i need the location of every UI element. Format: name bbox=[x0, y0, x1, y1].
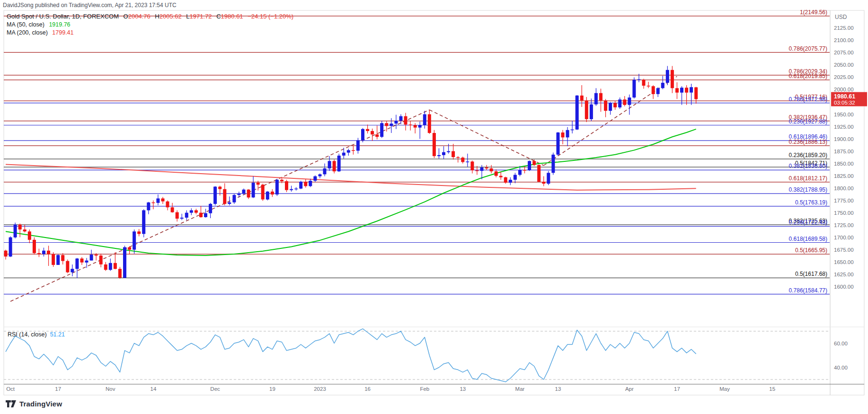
svg-text:1850.00: 1850.00 bbox=[834, 161, 854, 167]
svg-text:1600.00: 1600.00 bbox=[834, 284, 854, 290]
svg-text:15: 15 bbox=[769, 386, 775, 392]
svg-text:1875.00: 1875.00 bbox=[834, 149, 854, 154]
svg-text:2023: 2023 bbox=[314, 386, 326, 392]
svg-text:Oct: Oct bbox=[6, 386, 15, 392]
svg-text:40.00: 40.00 bbox=[834, 365, 848, 370]
svg-text:1775.00: 1775.00 bbox=[834, 198, 854, 203]
svg-text:1700.00: 1700.00 bbox=[834, 235, 854, 240]
svg-text:0.236(1927.88): 0.236(1927.88) bbox=[789, 118, 827, 125]
svg-text:1(2149.56): 1(2149.56) bbox=[800, 9, 827, 16]
ma50-line bbox=[6, 129, 696, 255]
rsi-legend[interactable]: RSI (14, close) 51.21 bbox=[8, 331, 65, 338]
chart-legend: Gold Spot / U.S. Dollar, 1D, FOREXCOM O2… bbox=[7, 13, 293, 37]
open-value: 2004.76 bbox=[128, 13, 151, 20]
high-value: 2005.62 bbox=[159, 13, 182, 20]
svg-text:1900.00: 1900.00 bbox=[834, 136, 854, 142]
low-value: 1971.72 bbox=[190, 13, 212, 20]
tradingview-logo-icon[interactable] bbox=[6, 400, 16, 407]
svg-text:0.5(1665.95): 0.5(1665.95) bbox=[795, 247, 827, 254]
candles bbox=[4, 66, 698, 279]
ma50-label: MA (50, close) bbox=[7, 21, 44, 28]
rsi-value: 51.21 bbox=[50, 331, 65, 338]
svg-text:1825.00: 1825.00 bbox=[834, 173, 854, 179]
svg-text:60.00: 60.00 bbox=[834, 341, 848, 346]
svg-text:0.618(1812.17): 0.618(1812.17) bbox=[789, 175, 827, 182]
symbol-ohlc-row[interactable]: Gold Spot / U.S. Dollar, 1D, FOREXCOM O2… bbox=[7, 13, 293, 20]
svg-text:Apr: Apr bbox=[625, 386, 634, 392]
publish-attribution: DavidJSong published on TradingView.com,… bbox=[3, 2, 177, 9]
time-scale[interactable]: Oct17Nov14Dec19202316Feb13Mar13Apr17May1… bbox=[6, 386, 775, 392]
svg-text:1725.00: 1725.00 bbox=[834, 222, 854, 228]
brand-wordmark: TradingView bbox=[19, 400, 62, 408]
svg-text:14: 14 bbox=[151, 386, 157, 392]
svg-text:19: 19 bbox=[269, 386, 275, 392]
tradingview-footer: TradingView bbox=[6, 400, 62, 408]
low-label: L bbox=[186, 13, 189, 20]
svg-text:0.5(1617.68): 0.5(1617.68) bbox=[795, 271, 827, 277]
svg-text:2125.00: 2125.00 bbox=[834, 25, 854, 31]
chart-frame bbox=[4, 10, 864, 395]
svg-text:USD: USD bbox=[835, 14, 847, 20]
svg-text:2075.00: 2075.00 bbox=[834, 50, 854, 55]
svg-text:0.236(1886.13): 0.236(1886.13) bbox=[789, 139, 827, 145]
svg-text:1650.00: 1650.00 bbox=[834, 259, 854, 265]
svg-text:0.5(1763.19): 0.5(1763.19) bbox=[795, 199, 827, 206]
svg-text:1675.00: 1675.00 bbox=[834, 247, 854, 253]
ma50-legend-row[interactable]: MA (50, close) 1919.76 bbox=[7, 21, 293, 28]
svg-text:1750.00: 1750.00 bbox=[834, 210, 854, 216]
ma200-value: 1799.41 bbox=[52, 29, 73, 36]
svg-text:0.786(2075.77): 0.786(2075.77) bbox=[789, 45, 827, 52]
price-chart-canvas[interactable]: 1(2149.56)0.786(2075.77)0.786(2029.34)0.… bbox=[0, 0, 868, 414]
price-scale[interactable]: USD2125.002100.002075.002050.002025.0020… bbox=[834, 14, 854, 290]
svg-text:2100.00: 2100.00 bbox=[834, 37, 854, 43]
svg-text:Mar: Mar bbox=[515, 386, 525, 392]
fib-level-labels: 1(2149.56)0.786(2075.77)0.786(2029.34)0.… bbox=[789, 9, 827, 294]
svg-text:17: 17 bbox=[674, 386, 680, 392]
fib-level-lines bbox=[4, 16, 830, 294]
svg-text:13: 13 bbox=[460, 386, 466, 392]
rsi-label: RSI (14, close) bbox=[8, 331, 47, 338]
rsi-pane bbox=[4, 329, 830, 382]
ma200-legend-row[interactable]: MA (200, close) 1799.41 bbox=[7, 29, 293, 36]
high-label: H bbox=[155, 13, 159, 20]
rsi-scale[interactable]: 60.0040.00 bbox=[834, 341, 848, 370]
svg-text:1925.00: 1925.00 bbox=[834, 124, 854, 130]
svg-text:0.618(2019.85): 0.618(2019.85) bbox=[789, 73, 827, 79]
close-label: C bbox=[216, 13, 221, 20]
svg-text:13: 13 bbox=[555, 386, 561, 392]
svg-text:Feb: Feb bbox=[420, 386, 429, 392]
svg-text:Dec: Dec bbox=[210, 386, 220, 392]
svg-text:Nov: Nov bbox=[106, 386, 115, 392]
close-value: 1980.61 bbox=[221, 13, 243, 20]
svg-text:16: 16 bbox=[364, 386, 371, 392]
svg-text:May: May bbox=[719, 386, 730, 392]
change-value: −24.15 (−1.20%) bbox=[248, 13, 293, 20]
svg-text:0.382(1788.95): 0.382(1788.95) bbox=[789, 186, 827, 193]
svg-text:2000.00: 2000.00 bbox=[834, 87, 854, 92]
svg-text:0.236(1722.43): 0.236(1722.43) bbox=[789, 219, 827, 226]
svg-text:0.236(1859.20): 0.236(1859.20) bbox=[789, 152, 827, 159]
svg-text:0.786(1972.98): 0.786(1972.98) bbox=[789, 96, 827, 103]
svg-text:2050.00: 2050.00 bbox=[834, 62, 854, 68]
svg-text:0.382(1836.80): 0.382(1836.80) bbox=[789, 163, 827, 169]
ma200-label: MA (200, close) bbox=[7, 29, 48, 36]
svg-text:1950.00: 1950.00 bbox=[834, 112, 854, 117]
svg-text:1980.61: 1980.61 bbox=[834, 93, 855, 100]
ma50-value: 1919.76 bbox=[49, 21, 70, 28]
ma200-line bbox=[6, 165, 696, 190]
open-label: O bbox=[124, 13, 128, 20]
symbol-title[interactable]: Gold Spot / U.S. Dollar, 1D, FOREXCOM bbox=[7, 13, 119, 20]
svg-text:1625.00: 1625.00 bbox=[834, 272, 854, 277]
last-price-tag: 1980.6103:05:32 bbox=[831, 92, 867, 106]
svg-text:03:05:32: 03:05:32 bbox=[834, 100, 855, 106]
svg-text:0.618(1689.58): 0.618(1689.58) bbox=[789, 236, 827, 242]
svg-text:0.786(1584.77): 0.786(1584.77) bbox=[789, 287, 827, 294]
svg-text:1800.00: 1800.00 bbox=[834, 185, 854, 191]
svg-text:17: 17 bbox=[55, 386, 61, 392]
svg-text:2025.00: 2025.00 bbox=[834, 74, 854, 80]
